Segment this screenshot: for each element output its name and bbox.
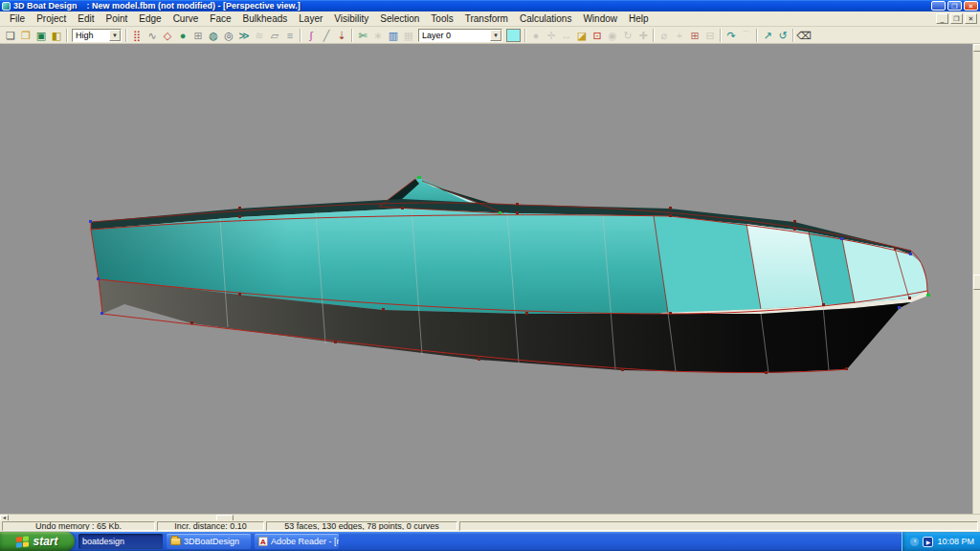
- stretch-icon[interactable]: ↔: [559, 28, 574, 43]
- horizontal-scrollbar[interactable]: ◄: [0, 514, 980, 520]
- document-title: : New model.fbm (not modified) - [Perspe…: [87, 1, 301, 11]
- menu-transform[interactable]: Transform: [459, 12, 514, 25]
- perspective-viewport[interactable]: [0, 44, 980, 514]
- fair-curve-icon[interactable]: ⌒: [739, 28, 754, 43]
- layer-sphere-icon[interactable]: ●: [528, 28, 544, 43]
- collapse-icon[interactable]: ∗: [370, 28, 386, 43]
- unlock-points-icon[interactable]: ↻: [620, 28, 635, 43]
- minimize-button[interactable]: _: [931, 1, 946, 11]
- app-icon: [2, 2, 11, 11]
- tray-clock: 10:08 PM: [937, 537, 974, 546]
- application-window: 3D Boat Design : New model.fbm (not modi…: [0, 0, 980, 551]
- menu-curve[interactable]: Curve: [167, 12, 205, 25]
- layer-color-swatch[interactable]: [506, 29, 521, 42]
- precision-select[interactable]: High▼: [72, 29, 122, 42]
- task-label: boatdesign: [82, 537, 124, 546]
- menu-visibility[interactable]: Visibility: [328, 12, 374, 25]
- folder-icon: [170, 538, 181, 545]
- toolbar-separator: [792, 29, 794, 42]
- rotate-model-icon[interactable]: ↺: [775, 28, 791, 43]
- title-bar[interactable]: 3D Boat Design : New model.fbm (not modi…: [0, 0, 980, 11]
- task-label: 3DBoatDesign: [184, 537, 239, 546]
- toolbar-separator: [66, 29, 68, 42]
- layer-select-value: Layer 0: [422, 31, 451, 40]
- layer-select[interactable]: Layer 0▼: [418, 29, 502, 42]
- windows-flag-icon: [16, 536, 29, 547]
- menu-window[interactable]: Window: [577, 12, 623, 25]
- taskbar-task-3dboatdesign[interactable]: 3DBoatDesign: [167, 534, 251, 549]
- menu-bulkheads[interactable]: Bulkheads: [237, 12, 294, 25]
- status-panel-1: Incr. distance: 0.10: [157, 521, 264, 531]
- gauss-curvature-icon[interactable]: ◍: [206, 28, 221, 43]
- vscroll-thumb[interactable]: [973, 275, 980, 290]
- interior-edges-icon[interactable]: ⊞: [190, 28, 206, 43]
- grid-settings-icon[interactable]: ▦: [401, 28, 416, 43]
- toolbar: ❏❐▣◧High▼⣿∿◇●⊞◍◎≫≋▱≡∫╱⇣✄∗▥▦Layer 0▼●✛↔◪⊡…: [0, 27, 980, 44]
- zebra-shade-icon[interactable]: ◎: [221, 28, 236, 43]
- toolbar-separator: [125, 29, 127, 42]
- app-title: 3D Boat Design: [13, 1, 78, 11]
- menu-help[interactable]: Help: [623, 12, 655, 25]
- show-faces-icon[interactable]: ◇: [160, 28, 175, 43]
- show-curvature-icon[interactable]: ∿: [145, 28, 160, 43]
- show-points-icon[interactable]: ⣿: [129, 28, 145, 43]
- adobe-reader-icon: A: [258, 537, 268, 546]
- restore-button[interactable]: ❐: [947, 1, 962, 11]
- layer-color-fill-icon[interactable]: ◪: [574, 28, 590, 43]
- extrude-icon[interactable]: ⊞: [687, 28, 702, 43]
- status-panel-0: Undo memory : 65 Kb.: [2, 521, 155, 531]
- menu-calculations[interactable]: Calculations: [514, 12, 577, 25]
- diagonal-icon[interactable]: ╱: [319, 28, 334, 43]
- snap-grid-icon[interactable]: ✛: [544, 28, 559, 43]
- toolbar-separator: [720, 29, 722, 42]
- vertical-scrollbar[interactable]: [972, 44, 980, 514]
- taskbar-task-adobe-reader-man[interactable]: AAdobe Reader - [man...: [255, 534, 339, 549]
- system-tray: ‹ ▶ 10:08 PM: [902, 532, 980, 551]
- background-image-icon[interactable]: ▥: [386, 28, 401, 43]
- shade-icon[interactable]: ●: [175, 28, 190, 43]
- media-player-tray-icon[interactable]: ▶: [923, 537, 933, 547]
- new-layer-icon[interactable]: ⊡: [590, 28, 605, 43]
- start-button[interactable]: start: [0, 532, 75, 551]
- exit-icon[interactable]: ◧: [49, 28, 64, 43]
- close-button[interactable]: ✕: [964, 1, 978, 11]
- rotate-view-icon[interactable]: ↷: [724, 28, 739, 43]
- plate-development-icon[interactable]: ▱: [267, 28, 282, 43]
- menu-face[interactable]: Face: [204, 12, 236, 25]
- menu-point[interactable]: Point: [100, 12, 133, 25]
- layer-select-arrow-icon[interactable]: ▼: [490, 30, 501, 41]
- new-file-icon[interactable]: ❏: [3, 28, 18, 43]
- menu-edge[interactable]: Edge: [133, 12, 167, 25]
- mdi-restore-button[interactable]: ❐: [950, 13, 963, 24]
- develop-plates-icon[interactable]: ≫: [236, 28, 252, 43]
- mirror-icon[interactable]: ⌀: [657, 28, 672, 43]
- remove-box-icon[interactable]: ⊟: [702, 28, 718, 43]
- insert-plane-icon[interactable]: ↗: [760, 28, 775, 43]
- hide-icons-chevron-icon[interactable]: ‹: [910, 538, 919, 546]
- status-panel-empty: [459, 521, 978, 531]
- menu-layer[interactable]: Layer: [293, 12, 328, 25]
- menu-tools[interactable]: Tools: [425, 12, 458, 25]
- save-file-icon[interactable]: ▣: [33, 28, 49, 43]
- open-file-icon[interactable]: ❐: [18, 28, 33, 43]
- lock-points-icon[interactable]: ◉: [605, 28, 620, 43]
- frames-icon[interactable]: ≡: [282, 28, 298, 43]
- move-layer-icon[interactable]: ✚: [635, 28, 651, 43]
- toolbar-separator: [756, 29, 758, 42]
- delete-icon[interactable]: ⌫: [796, 28, 812, 43]
- add-point-icon[interactable]: +: [672, 28, 687, 43]
- precision-select-arrow-icon[interactable]: ▼: [109, 30, 121, 41]
- toolbar-separator: [300, 29, 301, 42]
- split-edge-icon[interactable]: ✄: [355, 28, 370, 43]
- flowlines-icon[interactable]: ≋: [252, 28, 267, 43]
- mdi-minimize-button[interactable]: _: [936, 13, 948, 24]
- menu-project[interactable]: Project: [31, 12, 72, 25]
- mdi-close-button[interactable]: ✕: [965, 13, 977, 24]
- vscroll-top-button[interactable]: [973, 44, 980, 52]
- drop-point-icon[interactable]: ⇣: [334, 28, 349, 43]
- menu-file[interactable]: File: [4, 12, 31, 25]
- menu-edit[interactable]: Edit: [72, 12, 100, 25]
- menu-selection[interactable]: Selection: [374, 12, 425, 25]
- intersection-curves-icon[interactable]: ∫: [303, 28, 319, 43]
- taskbar-task-boatdesign[interactable]: boatdesign: [78, 534, 163, 549]
